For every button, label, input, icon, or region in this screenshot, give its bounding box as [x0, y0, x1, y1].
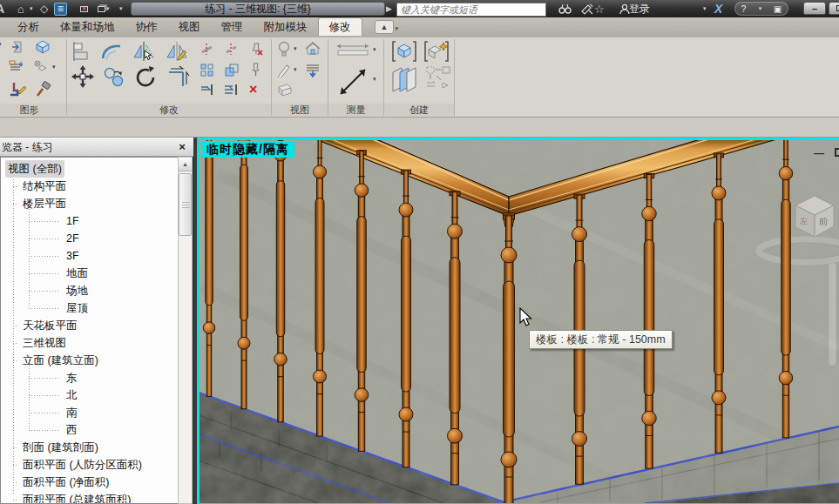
- viewcube-front-face-label[interactable]: 前: [819, 217, 828, 226]
- maximize-button[interactable]: [829, 2, 839, 15]
- beam-join-button[interactable]: [9, 60, 24, 74]
- demolish-hammer-icon[interactable]: [35, 81, 52, 98]
- ribbon-tab-修改[interactable]: 修改: [318, 17, 362, 36]
- infocenter-search[interactable]: [396, 2, 546, 17]
- qat-customize-icon[interactable]: ▾: [119, 1, 123, 17]
- search-input[interactable]: [396, 3, 546, 17]
- ribbon-tab-管理[interactable]: 管理: [211, 18, 254, 37]
- move-button[interactable]: [71, 65, 94, 88]
- ribbon-tab-协作[interactable]: 协作: [125, 18, 168, 37]
- panel-label-measure[interactable]: 测量: [328, 104, 383, 116]
- mirror-draw-axis-button[interactable]: [166, 40, 188, 63]
- tree-item[interactable]: 1F: [1, 212, 179, 230]
- tree-item[interactable]: 2F: [1, 230, 179, 247]
- wall-joins-button[interactable]: [9, 81, 26, 98]
- ribbon-tab-附加模块[interactable]: 附加模块: [254, 18, 318, 37]
- measure-dropdown-icon[interactable]: ▾: [373, 46, 376, 53]
- create-similar-button[interactable]: [423, 40, 450, 63]
- exchange-apps-icon[interactable]: X: [714, 1, 722, 17]
- browser-scrollbar[interactable]: ▲: [178, 157, 193, 504]
- scroll-up-icon[interactable]: ▲: [179, 158, 192, 171]
- join-geometry-button[interactable]: [35, 39, 51, 55]
- unpin-button[interactable]: [249, 42, 263, 56]
- home-icon[interactable]: ⌂: [17, 1, 24, 17]
- view-restore-icon[interactable]: [835, 148, 839, 157]
- create-group-button[interactable]: [391, 40, 417, 63]
- tree-item[interactable]: 视图 (全部): [1, 160, 179, 178]
- array-button[interactable]: [200, 64, 213, 77]
- thin-lines-button[interactable]: [305, 63, 321, 77]
- thin-lines-toggle-button[interactable]: ≡: [54, 1, 67, 17]
- viewcube-left-face-label[interactable]: 左: [800, 217, 808, 225]
- close-icon[interactable]: ×: [175, 140, 189, 154]
- render-button[interactable]: [305, 41, 321, 56]
- tree-item[interactable]: 面积平面 (人防分区面积): [1, 456, 179, 474]
- favorites-star-icon[interactable]: ☆: [594, 1, 605, 17]
- offset-button[interactable]: [101, 41, 124, 62]
- browser-title[interactable]: 览器 - 练习: [0, 138, 193, 157]
- load-family-button[interactable]: [425, 65, 451, 91]
- split-with-gap-button[interactable]: [225, 43, 238, 56]
- lighting-dropdown-icon[interactable]: ▾: [294, 45, 297, 52]
- search-go-icon[interactable]: ▶: [386, 1, 392, 17]
- tree-item[interactable]: 立面 (建筑立面): [1, 352, 179, 369]
- help-dropdown-icon[interactable]: ▾: [759, 5, 762, 12]
- scale-button[interactable]: [225, 64, 239, 77]
- tree-item[interactable]: 东: [1, 369, 179, 386]
- tree-item[interactable]: 北: [1, 386, 179, 404]
- measure-aligned-button[interactable]: [335, 43, 371, 57]
- split-element-button[interactable]: [200, 43, 213, 56]
- copy-button[interactable]: [103, 67, 125, 88]
- panel-label-view[interactable]: 视图: [272, 104, 328, 116]
- delete-button[interactable]: ×: [249, 82, 257, 97]
- login-button[interactable]: 登录: [629, 1, 650, 17]
- panel-label-geometry[interactable]: 图形: [0, 104, 66, 116]
- search-binoculars-icon[interactable]: [558, 1, 572, 17]
- navigation-bar[interactable]: [829, 263, 836, 366]
- tree-item[interactable]: 面积平面 (净面积): [1, 474, 179, 491]
- tree-item[interactable]: 屋顶: [1, 299, 179, 317]
- panel-toggle-icon[interactable]: ▣: [774, 4, 781, 14]
- minimize-button[interactable]: –: [803, 2, 826, 15]
- trim-single-button[interactable]: [200, 84, 214, 96]
- ribbon-collapse-dropdown-icon[interactable]: ▾: [395, 25, 398, 31]
- cut-geometry-button[interactable]: [10, 39, 26, 55]
- pin-marker-icon[interactable]: ◇: [40, 1, 48, 17]
- lighting-button[interactable]: [277, 41, 291, 57]
- cascade-windows-icon[interactable]: ▾: [98, 1, 110, 17]
- pin-button[interactable]: [250, 63, 261, 77]
- measure2-dropdown-icon[interactable]: ▾: [373, 76, 376, 83]
- ribbon-tab-体量和场地[interactable]: 体量和场地: [50, 18, 125, 37]
- tree-item[interactable]: 南: [1, 404, 179, 421]
- measure-between-refs-button[interactable]: [336, 64, 369, 98]
- tree-item[interactable]: 结构平面: [1, 178, 179, 195]
- panel-label-create[interactable]: 创建: [384, 104, 454, 116]
- ribbon-tab-分析[interactable]: 分析: [7, 18, 50, 37]
- align-button[interactable]: [71, 41, 92, 62]
- baluster[interactable]: [501, 215, 517, 503]
- trim-extend-corner-button[interactable]: [167, 65, 192, 88]
- help-icon[interactable]: ?: [741, 4, 747, 14]
- linework-dropdown-icon[interactable]: ▾: [294, 66, 297, 73]
- legend-component-button[interactable]: [389, 65, 419, 93]
- close-hidden-windows-icon[interactable]: [80, 1, 88, 17]
- temporary-hide-isolate-banner[interactable]: 临时隐藏/隔离: [201, 141, 294, 158]
- hide-isolate-box-icon[interactable]: [275, 83, 293, 97]
- unjoin-dropdown-icon[interactable]: ▾: [52, 64, 56, 71]
- home-dropdown-icon[interactable]: ▾: [30, 1, 33, 17]
- app-logo-icon[interactable]: A: [0, 1, 4, 17]
- login-dropdown-icon[interactable]: ▾: [703, 1, 707, 17]
- rotate-button[interactable]: [133, 65, 158, 90]
- scrollbar-thumb[interactable]: [179, 173, 192, 236]
- unjoin-geometry-button[interactable]: [33, 60, 49, 74]
- linework-button[interactable]: [277, 63, 292, 77]
- tree-item[interactable]: 3F: [1, 247, 179, 265]
- tree-item[interactable]: 场地: [1, 282, 179, 299]
- tree-item[interactable]: 西: [1, 421, 179, 439]
- clipped-dropdown-icon[interactable]: ▾: [0, 41, 2, 48]
- mirror-pick-axis-button[interactable]: [132, 40, 155, 63]
- tree-item[interactable]: 天花板平面: [1, 317, 179, 334]
- view-minimize-icon[interactable]: —: [814, 147, 824, 159]
- baluster[interactable]: [448, 192, 463, 485]
- trim-multiple-button[interactable]: [224, 84, 239, 96]
